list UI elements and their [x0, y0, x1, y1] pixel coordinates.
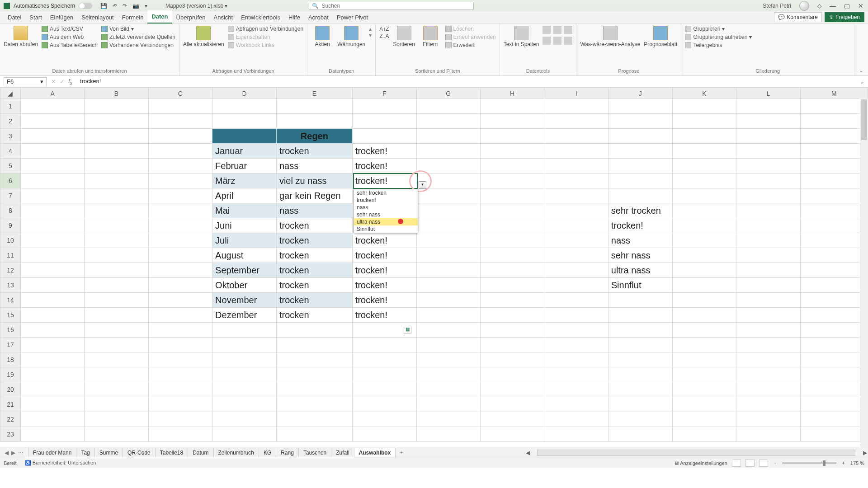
cell[interactable] — [85, 338, 148, 352]
data-validation-dropdown[interactable]: sehr trocken trocken! nass sehr nass ult… — [354, 189, 418, 233]
expand-formula-bar-icon[interactable]: ⌄ — [856, 78, 868, 85]
cell[interactable] — [416, 367, 480, 382]
cell[interactable] — [20, 338, 84, 352]
cell[interactable] — [85, 248, 148, 263]
dropdown-item[interactable]: sehr nass — [354, 211, 418, 218]
cell[interactable] — [85, 233, 148, 248]
cell[interactable] — [212, 99, 277, 114]
col-I[interactable]: I — [544, 88, 608, 99]
cell[interactable] — [480, 174, 544, 188]
name-box[interactable]: F6▾ — [4, 77, 47, 86]
cell[interactable] — [800, 278, 868, 293]
cell[interactable] — [148, 293, 212, 308]
cell[interactable]: Januar — [212, 144, 277, 159]
cell[interactable] — [672, 203, 736, 218]
cell[interactable] — [148, 129, 212, 144]
cell[interactable] — [736, 427, 800, 442]
cell[interactable] — [800, 397, 868, 412]
cell[interactable] — [416, 397, 480, 412]
from-image[interactable]: Von Bild ▾ — [101, 26, 175, 32]
cell[interactable] — [416, 382, 480, 397]
cell[interactable] — [608, 352, 672, 367]
display-settings[interactable]: 🖥 Anzeigeeinstellungen — [674, 460, 727, 466]
row-header[interactable]: 22 — [0, 412, 21, 427]
tab-ansicht[interactable]: Ansicht — [210, 11, 237, 23]
row-header[interactable]: 3 — [0, 129, 21, 144]
cell[interactable] — [352, 129, 416, 144]
cell[interactable] — [20, 278, 84, 293]
cell[interactable] — [85, 323, 148, 338]
sort-button[interactable]: Sortieren — [393, 26, 415, 47]
cell[interactable] — [608, 367, 672, 382]
cell[interactable] — [672, 427, 736, 442]
sheet-tab[interactable]: Summe — [94, 448, 123, 457]
cell[interactable] — [416, 263, 480, 278]
manage-model-icon[interactable] — [564, 37, 572, 45]
cell[interactable] — [672, 293, 736, 308]
cell[interactable] — [85, 352, 148, 367]
comments-button[interactable]: 💬 Kommentare — [774, 12, 822, 22]
row-header[interactable]: 12 — [0, 263, 21, 278]
cell[interactable] — [800, 367, 868, 382]
row-header[interactable]: 20 — [0, 382, 21, 397]
recent-sources[interactable]: Zuletzt verwendete Quellen — [101, 34, 175, 40]
autosave-toggle[interactable]: Automatisches Speichern — [14, 3, 92, 9]
cell[interactable]: trocken! — [608, 218, 672, 233]
cell[interactable] — [276, 367, 352, 382]
cell[interactable]: sehr nass — [608, 248, 672, 263]
cell[interactable] — [608, 323, 672, 338]
row-header[interactable]: 8 — [0, 203, 21, 218]
cell[interactable] — [212, 352, 277, 367]
row-header[interactable]: 6 — [0, 174, 21, 188]
sheet-tab[interactable]: Tauschen — [298, 448, 331, 457]
cell[interactable] — [85, 129, 148, 144]
zoom-in-button[interactable]: ＋ — [841, 460, 846, 466]
view-normal-icon[interactable] — [732, 460, 741, 467]
row-header[interactable]: 4 — [0, 144, 21, 159]
cell[interactable] — [480, 248, 544, 263]
cell[interactable] — [736, 203, 800, 218]
zoom-slider[interactable] — [782, 462, 836, 464]
cell[interactable] — [736, 412, 800, 427]
cell[interactable]: trocken — [276, 278, 352, 293]
cell[interactable] — [608, 293, 672, 308]
row-header[interactable]: 14 — [0, 293, 21, 308]
cell[interactable] — [672, 278, 736, 293]
user-name[interactable]: Stefan Petri — [763, 3, 791, 9]
cell[interactable] — [148, 203, 212, 218]
cell[interactable] — [544, 412, 608, 427]
sort-asc[interactable]: A↓Z — [379, 26, 389, 32]
cell[interactable] — [672, 188, 736, 203]
tab-start[interactable]: Start — [25, 11, 46, 23]
cell[interactable] — [608, 174, 672, 188]
cell[interactable] — [672, 159, 736, 174]
cell[interactable] — [212, 367, 277, 382]
cell[interactable] — [20, 382, 84, 397]
cell[interactable] — [20, 323, 84, 338]
cell[interactable] — [608, 397, 672, 412]
cell[interactable] — [736, 174, 800, 188]
cell[interactable] — [276, 412, 352, 427]
cell[interactable] — [148, 382, 212, 397]
cell[interactable] — [416, 412, 480, 427]
cell[interactable] — [148, 263, 212, 278]
cell[interactable] — [608, 338, 672, 352]
row-header[interactable]: 2 — [0, 114, 21, 129]
row-header[interactable]: 11 — [0, 248, 21, 263]
cell[interactable] — [148, 412, 212, 427]
cell[interactable] — [480, 293, 544, 308]
cell[interactable] — [20, 99, 84, 114]
cell[interactable] — [736, 352, 800, 367]
camera-icon[interactable]: 📷 — [132, 3, 139, 9]
cell[interactable] — [416, 218, 480, 233]
cell[interactable] — [20, 308, 84, 323]
tab-seitenlayout[interactable]: Seitenlayout — [77, 11, 118, 23]
cell[interactable] — [148, 233, 212, 248]
refresh-all-button[interactable]: Alle aktualisieren — [183, 26, 224, 47]
cell[interactable] — [672, 263, 736, 278]
cell[interactable]: Oktober — [212, 278, 277, 293]
cell[interactable] — [85, 218, 148, 233]
cell[interactable] — [20, 367, 84, 382]
cell[interactable] — [416, 233, 480, 248]
forecast-sheet-button[interactable]: Prognoseblatt — [644, 26, 677, 47]
